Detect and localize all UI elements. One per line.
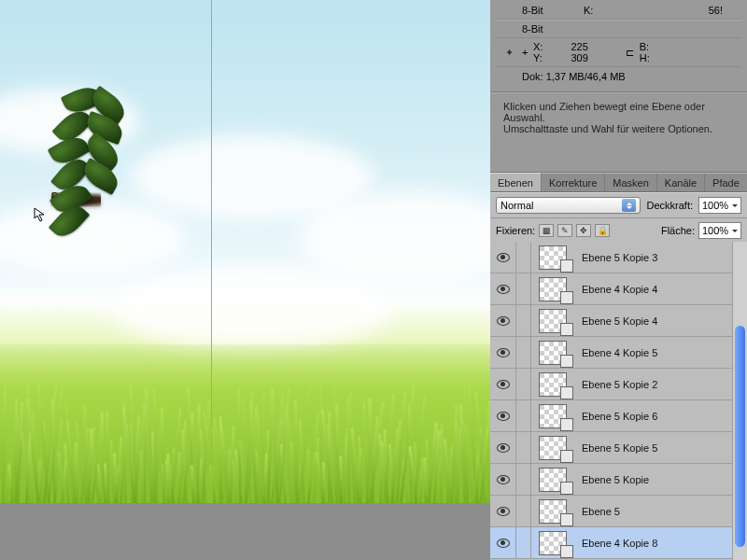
tool-hint: Klicken und Ziehen bewegt eine Ebene ode… <box>490 92 747 173</box>
move-cursor-icon <box>34 207 49 222</box>
visibility-toggle[interactable] <box>490 242 516 273</box>
tab-paths[interactable]: Pfade <box>705 174 747 191</box>
layer-row[interactable]: Ebene 5 Kopie <box>490 464 732 496</box>
grass <box>0 344 490 503</box>
dimensions-icon: ⊏ <box>626 47 634 59</box>
layer-list[interactable]: Ebene 5 Kopie 3Ebene 4 Kopie 4Ebene 5 Ko… <box>490 242 732 560</box>
tab-layers[interactable]: Ebenen <box>490 173 542 191</box>
info-panel: 8-Bit K: 56! 8-Bit ✦ + X:Y: 225309 ⊏ B:H… <box>490 0 747 92</box>
eye-icon <box>497 285 510 294</box>
layer-row[interactable]: Ebene 5 Kopie 5 <box>490 432 732 464</box>
layers-panel: Normal Deckkraft: 100% Fixieren: ▩ ✎ ✥ 🔒… <box>490 192 747 560</box>
opacity-input[interactable]: 100% <box>698 197 741 214</box>
lock-label: Fixieren: <box>496 225 535 236</box>
visibility-toggle[interactable] <box>490 273 516 304</box>
layer-thumbnail[interactable] <box>539 499 567 524</box>
eye-icon <box>497 475 510 484</box>
eye-icon <box>497 253 510 262</box>
layer-row[interactable]: Ebene 5 <box>490 496 732 527</box>
layer-row[interactable]: Ebene 5 Kopie 6 <box>490 400 732 432</box>
eye-icon <box>497 507 510 516</box>
layer-name[interactable]: Ebene 5 Kopie 4 <box>582 315 657 327</box>
layer-thumbnail[interactable] <box>539 404 567 428</box>
scroll-thumb[interactable] <box>735 326 745 547</box>
visibility-toggle[interactable] <box>490 337 516 368</box>
layer-name[interactable]: Ebene 5 Kopie 5 <box>582 442 657 454</box>
lock-all-icon[interactable]: 🔒 <box>595 224 610 237</box>
visibility-toggle[interactable] <box>490 527 516 558</box>
lock-pixels-icon[interactable]: ✎ <box>557 224 572 237</box>
lock-position-icon[interactable]: ✥ <box>576 224 591 237</box>
scrollbar[interactable] <box>732 242 747 560</box>
visibility-toggle[interactable] <box>490 496 516 526</box>
layer-thumbnail[interactable] <box>539 245 567 270</box>
visibility-toggle[interactable] <box>490 400 516 431</box>
layer-name[interactable]: Ebene 4 Kopie 4 <box>582 284 657 295</box>
layer-row[interactable]: Ebene 4 Kopie 4 <box>490 273 732 305</box>
layer-thumbnail[interactable] <box>539 277 567 301</box>
fill-input[interactable]: 100% <box>698 222 741 239</box>
artboard[interactable]: PSD <box>0 0 490 503</box>
eye-icon <box>497 539 510 548</box>
visibility-toggle[interactable] <box>490 432 516 463</box>
layer-name[interactable]: Ebene 4 Kopie 5 <box>582 347 657 358</box>
visibility-toggle[interactable] <box>490 369 516 399</box>
layer-thumbnail[interactable] <box>539 372 567 397</box>
opacity-label: Deckkraft: <box>646 200 693 211</box>
eye-icon <box>497 380 510 389</box>
layer-name[interactable]: Ebene 5 <box>582 506 620 517</box>
layer-thumbnail[interactable] <box>539 436 567 460</box>
layer-row[interactable]: Ebene 4 Kopie 8 <box>490 527 732 559</box>
vertical-guide[interactable] <box>211 0 212 503</box>
layer-name[interactable]: Ebene 5 Kopie <box>582 474 649 485</box>
layer-thumbnail[interactable] <box>539 309 567 333</box>
panel-tabs: Ebenen Korrekture Masken Kanäle Pfade <box>490 173 747 192</box>
doc-size: Dok: 1,37 MB/46,4 MB <box>496 67 741 86</box>
layer-row[interactable]: Ebene 4 Kopie 5 <box>490 337 732 369</box>
visibility-toggle[interactable] <box>490 464 516 495</box>
layer-name[interactable]: Ebene 5 Kopie 2 <box>582 379 657 390</box>
eye-icon <box>497 443 510 453</box>
fill-label: Fläche: <box>661 225 695 236</box>
layer-thumbnail[interactable] <box>539 468 567 492</box>
layer-row[interactable]: Ebene 5 Kopie 3 <box>490 242 732 273</box>
tab-masks[interactable]: Masken <box>605 174 657 191</box>
eye-icon <box>497 316 510 326</box>
tab-adjustments[interactable]: Korrekture <box>542 174 605 191</box>
layer-row[interactable]: Ebene 5 Kopie 4 <box>490 305 732 337</box>
crosshair-icon: ✦ <box>496 47 522 59</box>
layer-name[interactable]: Ebene 4 Kopie 8 <box>582 538 657 549</box>
layer-name[interactable]: Ebene 5 Kopie 6 <box>582 411 657 422</box>
layer-thumbnail[interactable] <box>539 341 567 365</box>
panels: 8-Bit K: 56! 8-Bit ✦ + X:Y: 225309 ⊏ B:H… <box>490 0 747 560</box>
leaf-cluster <box>45 89 129 247</box>
eye-icon <box>497 348 510 357</box>
layer-row[interactable]: Ebene 5 Kopie 2 <box>490 369 732 400</box>
layer-name[interactable]: Ebene 5 Kopie 3 <box>582 252 657 263</box>
visibility-toggle[interactable] <box>490 305 516 336</box>
lock-transparent-icon[interactable]: ▩ <box>539 224 554 237</box>
layer-thumbnail[interactable] <box>539 531 567 555</box>
blend-mode-select[interactable]: Normal <box>496 197 641 214</box>
canvas-area[interactable]: PSD <box>0 0 490 560</box>
eye-icon <box>497 412 510 421</box>
tab-channels[interactable]: Kanäle <box>657 174 705 191</box>
